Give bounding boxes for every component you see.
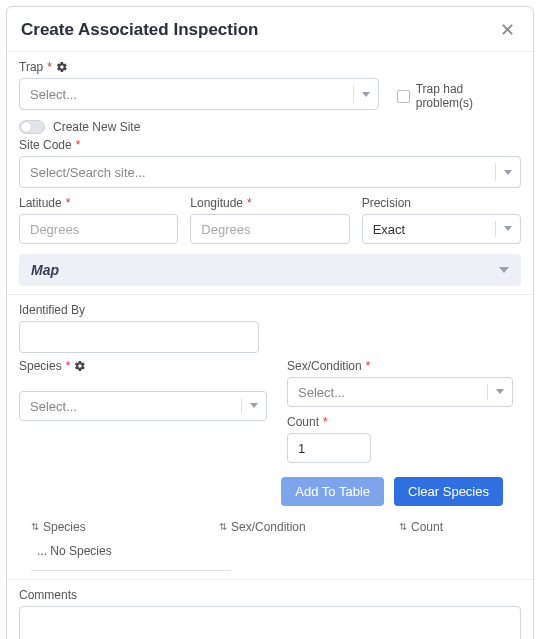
species-table: ⇅ Species ⇅ Sex/Condition ⇅ Count ... No… (19, 516, 521, 571)
species-section: Identified By Species * Select... Sex (7, 295, 533, 580)
comments-label: Comments (19, 588, 521, 602)
required-icon: * (366, 359, 371, 373)
latitude-label: Latitude * (19, 196, 178, 210)
precision-select[interactable]: Exact (362, 214, 521, 244)
count-input[interactable] (287, 433, 371, 463)
close-icon[interactable]: ✕ (496, 19, 519, 41)
sex-condition-select[interactable]: Select... (287, 377, 513, 407)
sort-icon: ⇅ (219, 522, 227, 532)
required-icon: * (66, 196, 71, 210)
longitude-label: Longitude * (190, 196, 349, 210)
create-new-site-label: Create New Site (53, 120, 140, 134)
trap-select[interactable]: Select... (19, 78, 379, 110)
chevron-down-icon (499, 267, 509, 273)
identified-by-input[interactable] (19, 321, 259, 353)
chevron-down-icon (362, 92, 370, 97)
col-species[interactable]: ⇅ Species (19, 520, 219, 534)
modal-title: Create Associated Inspection (21, 20, 258, 40)
modal-header: Create Associated Inspection ✕ (7, 7, 533, 52)
site-code-select[interactable]: Select/Search site... (19, 156, 521, 188)
required-icon: * (323, 415, 328, 429)
create-new-site-toggle[interactable] (19, 120, 45, 134)
species-label: Species * (19, 359, 267, 373)
chevron-down-icon (496, 389, 504, 394)
comments-input[interactable] (19, 606, 521, 639)
species-select[interactable]: Select... (19, 391, 267, 421)
clear-species-button[interactable]: Clear Species (394, 477, 503, 506)
required-icon: * (76, 138, 81, 152)
required-icon: * (66, 359, 71, 373)
map-expand-bar[interactable]: Map (19, 254, 521, 286)
required-icon: * (47, 60, 52, 74)
create-inspection-modal: Create Associated Inspection ✕ Trap * Se… (6, 6, 534, 639)
chevron-down-icon (504, 226, 512, 231)
latitude-input[interactable] (19, 214, 178, 244)
gear-icon[interactable] (74, 360, 86, 372)
comments-section: Comments (7, 580, 533, 639)
chevron-down-icon (504, 170, 512, 175)
trap-label: Trap * (19, 60, 521, 74)
required-icon: * (247, 196, 252, 210)
longitude-input[interactable] (190, 214, 349, 244)
add-to-table-button[interactable]: Add To Table (281, 477, 384, 506)
sort-icon: ⇅ (31, 522, 39, 532)
sex-condition-label: Sex/Condition * (287, 359, 513, 373)
trap-problem-checkbox[interactable]: Trap had problem(s) (397, 78, 521, 110)
col-count[interactable]: ⇅ Count (399, 520, 521, 534)
precision-label: Precision (362, 196, 521, 210)
count-label: Count * (287, 415, 513, 429)
col-sex-condition[interactable]: ⇅ Sex/Condition (219, 520, 399, 534)
gear-icon[interactable] (56, 61, 68, 73)
table-empty-row: ... No Species (19, 538, 521, 570)
divider (31, 570, 231, 571)
table-header: ⇅ Species ⇅ Sex/Condition ⇅ Count (19, 516, 521, 538)
chevron-down-icon (250, 403, 258, 408)
checkbox-icon (397, 90, 410, 103)
site-code-label: Site Code * (19, 138, 521, 152)
sort-icon: ⇅ (399, 522, 407, 532)
trap-section: Trap * Select... Trap had problem(s) Cre… (7, 52, 533, 295)
identified-by-label: Identified By (19, 303, 521, 317)
